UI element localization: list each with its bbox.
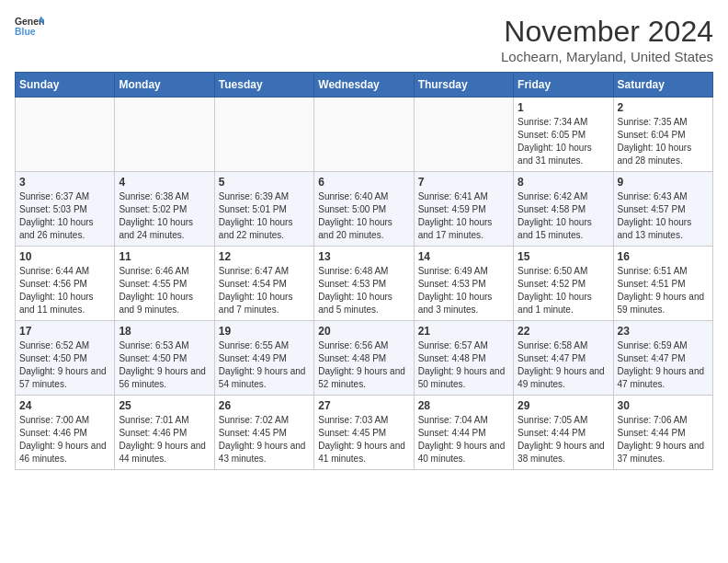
calendar-cell: 6Sunrise: 6:40 AM Sunset: 5:00 PM Daylig… <box>314 172 414 247</box>
calendar-cell: 3Sunrise: 6:37 AM Sunset: 5:03 PM Daylig… <box>16 172 115 247</box>
day-info: Sunrise: 6:49 AM Sunset: 4:53 PM Dayligh… <box>418 265 509 316</box>
calendar-cell: 29Sunrise: 7:05 AM Sunset: 4:44 PM Dayli… <box>514 396 613 470</box>
calendar-table: SundayMondayTuesdayWednesdayThursdayFrid… <box>15 72 713 470</box>
calendar-cell: 30Sunrise: 7:06 AM Sunset: 4:44 PM Dayli… <box>613 396 712 470</box>
weekday-header: Friday <box>514 73 613 98</box>
day-number: 29 <box>518 399 609 412</box>
day-number: 27 <box>318 399 409 412</box>
day-info: Sunrise: 6:43 AM Sunset: 4:57 PM Dayligh… <box>618 190 709 242</box>
day-number: 10 <box>19 250 110 263</box>
day-number: 5 <box>219 176 310 189</box>
day-info: Sunrise: 7:03 AM Sunset: 4:45 PM Dayligh… <box>318 414 409 465</box>
title-area: November 2024 Lochearn, Maryland, United… <box>501 15 713 64</box>
day-number: 19 <box>219 325 310 338</box>
weekday-header: Tuesday <box>214 73 313 98</box>
calendar-cell <box>314 98 414 172</box>
day-info: Sunrise: 7:05 AM Sunset: 4:44 PM Dayligh… <box>518 414 609 465</box>
calendar-week-row: 1Sunrise: 7:34 AM Sunset: 6:05 PM Daylig… <box>16 98 713 172</box>
day-info: Sunrise: 6:56 AM Sunset: 4:48 PM Dayligh… <box>318 339 409 391</box>
weekday-header: Sunday <box>16 73 115 98</box>
calendar-cell: 11Sunrise: 6:46 AM Sunset: 4:55 PM Dayli… <box>115 247 214 321</box>
day-info: Sunrise: 6:47 AM Sunset: 4:54 PM Dayligh… <box>219 265 310 316</box>
calendar-cell: 26Sunrise: 7:02 AM Sunset: 4:45 PM Dayli… <box>214 396 313 470</box>
day-number: 2 <box>618 101 709 114</box>
day-info: Sunrise: 6:44 AM Sunset: 4:56 PM Dayligh… <box>19 265 110 316</box>
calendar-cell: 19Sunrise: 6:55 AM Sunset: 4:49 PM Dayli… <box>214 321 313 396</box>
day-number: 6 <box>318 176 409 189</box>
calendar-cell: 25Sunrise: 7:01 AM Sunset: 4:46 PM Dayli… <box>115 396 214 470</box>
day-info: Sunrise: 6:57 AM Sunset: 4:48 PM Dayligh… <box>418 339 509 391</box>
svg-text:General: General <box>15 17 44 27</box>
day-number: 4 <box>119 176 210 189</box>
calendar-cell: 23Sunrise: 6:59 AM Sunset: 4:47 PM Dayli… <box>613 321 712 396</box>
day-info: Sunrise: 6:52 AM Sunset: 4:50 PM Dayligh… <box>19 339 110 391</box>
day-number: 7 <box>418 176 509 189</box>
day-info: Sunrise: 6:53 AM Sunset: 4:50 PM Dayligh… <box>119 339 210 391</box>
day-number: 15 <box>518 250 609 263</box>
weekday-header: Saturday <box>613 73 712 98</box>
day-number: 25 <box>119 399 210 412</box>
header: General Blue November 2024 Lochearn, Mar… <box>15 15 713 64</box>
svg-text:Blue: Blue <box>15 27 36 37</box>
calendar-cell: 15Sunrise: 6:50 AM Sunset: 4:52 PM Dayli… <box>514 247 613 321</box>
calendar-cell: 5Sunrise: 6:39 AM Sunset: 5:01 PM Daylig… <box>214 172 313 247</box>
logo-icon: General Blue <box>15 15 44 40</box>
weekday-header: Thursday <box>414 73 513 98</box>
day-info: Sunrise: 6:58 AM Sunset: 4:47 PM Dayligh… <box>518 339 609 391</box>
day-number: 13 <box>318 250 409 263</box>
day-info: Sunrise: 6:50 AM Sunset: 4:52 PM Dayligh… <box>518 265 609 316</box>
calendar-cell: 4Sunrise: 6:38 AM Sunset: 5:02 PM Daylig… <box>115 172 214 247</box>
calendar-cell: 7Sunrise: 6:41 AM Sunset: 4:59 PM Daylig… <box>414 172 513 247</box>
day-number: 18 <box>119 325 210 338</box>
day-info: Sunrise: 6:40 AM Sunset: 5:00 PM Dayligh… <box>318 190 409 242</box>
day-info: Sunrise: 6:38 AM Sunset: 5:02 PM Dayligh… <box>119 190 210 242</box>
calendar-cell: 16Sunrise: 6:51 AM Sunset: 4:51 PM Dayli… <box>613 247 712 321</box>
day-number: 16 <box>618 250 709 263</box>
weekday-header: Monday <box>115 73 214 98</box>
calendar-week-row: 3Sunrise: 6:37 AM Sunset: 5:03 PM Daylig… <box>16 172 713 247</box>
calendar-cell: 18Sunrise: 6:53 AM Sunset: 4:50 PM Dayli… <box>115 321 214 396</box>
calendar-cell: 22Sunrise: 6:58 AM Sunset: 4:47 PM Dayli… <box>514 321 613 396</box>
day-number: 28 <box>418 399 509 412</box>
calendar-week-row: 10Sunrise: 6:44 AM Sunset: 4:56 PM Dayli… <box>16 247 713 321</box>
day-info: Sunrise: 7:06 AM Sunset: 4:44 PM Dayligh… <box>618 414 709 465</box>
day-info: Sunrise: 7:02 AM Sunset: 4:45 PM Dayligh… <box>219 414 310 465</box>
day-info: Sunrise: 6:37 AM Sunset: 5:03 PM Dayligh… <box>19 190 110 242</box>
day-number: 17 <box>19 325 110 338</box>
day-number: 9 <box>618 176 709 189</box>
day-info: Sunrise: 6:55 AM Sunset: 4:49 PM Dayligh… <box>219 339 310 391</box>
day-info: Sunrise: 6:39 AM Sunset: 5:01 PM Dayligh… <box>219 190 310 242</box>
day-number: 22 <box>518 325 609 338</box>
day-info: Sunrise: 6:46 AM Sunset: 4:55 PM Dayligh… <box>119 265 210 316</box>
month-title: November 2024 <box>501 15 713 49</box>
calendar-week-row: 17Sunrise: 6:52 AM Sunset: 4:50 PM Dayli… <box>16 321 713 396</box>
day-info: Sunrise: 7:04 AM Sunset: 4:44 PM Dayligh… <box>418 414 509 465</box>
logo: General Blue <box>15 15 44 40</box>
calendar-cell <box>414 98 513 172</box>
calendar-cell: 2Sunrise: 7:35 AM Sunset: 6:04 PM Daylig… <box>613 98 712 172</box>
day-info: Sunrise: 6:51 AM Sunset: 4:51 PM Dayligh… <box>618 265 709 316</box>
day-info: Sunrise: 6:59 AM Sunset: 4:47 PM Dayligh… <box>618 339 709 391</box>
calendar-cell: 14Sunrise: 6:49 AM Sunset: 4:53 PM Dayli… <box>414 247 513 321</box>
day-info: Sunrise: 6:48 AM Sunset: 4:53 PM Dayligh… <box>318 265 409 316</box>
day-number: 30 <box>618 399 709 412</box>
location-title: Lochearn, Maryland, United States <box>501 49 713 64</box>
day-number: 23 <box>618 325 709 338</box>
day-number: 1 <box>518 101 609 114</box>
day-number: 3 <box>19 176 110 189</box>
day-number: 26 <box>219 399 310 412</box>
day-number: 14 <box>418 250 509 263</box>
calendar-cell: 9Sunrise: 6:43 AM Sunset: 4:57 PM Daylig… <box>613 172 712 247</box>
day-info: Sunrise: 7:01 AM Sunset: 4:46 PM Dayligh… <box>119 414 210 465</box>
calendar-week-row: 24Sunrise: 7:00 AM Sunset: 4:46 PM Dayli… <box>16 396 713 470</box>
day-number: 20 <box>318 325 409 338</box>
calendar-cell <box>214 98 313 172</box>
day-number: 11 <box>119 250 210 263</box>
calendar-cell: 20Sunrise: 6:56 AM Sunset: 4:48 PM Dayli… <box>314 321 414 396</box>
day-number: 12 <box>219 250 310 263</box>
calendar-cell: 27Sunrise: 7:03 AM Sunset: 4:45 PM Dayli… <box>314 396 414 470</box>
calendar-cell: 17Sunrise: 6:52 AM Sunset: 4:50 PM Dayli… <box>16 321 115 396</box>
calendar-cell: 28Sunrise: 7:04 AM Sunset: 4:44 PM Dayli… <box>414 396 513 470</box>
calendar-cell: 8Sunrise: 6:42 AM Sunset: 4:58 PM Daylig… <box>514 172 613 247</box>
calendar-cell <box>115 98 214 172</box>
